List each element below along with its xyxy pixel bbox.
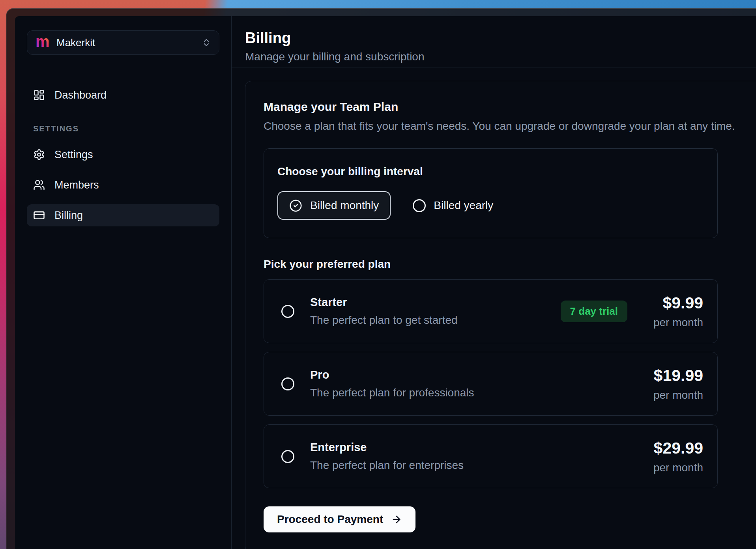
price-block: $29.99 per month [644,439,703,474]
plan-period: per month [644,389,703,401]
makerkit-logo-icon: m [35,35,49,50]
plan-description: The perfect plan to get started [310,314,561,327]
plan-price: $9.99 [644,294,703,312]
plan-description: The perfect plan for professionals [310,387,644,399]
plan-info: Enterprise The perfect plan for enterpri… [310,441,644,472]
page-title: Billing [245,30,756,47]
billing-interval-label: Choose your billing interval [277,165,704,178]
users-icon [33,179,45,191]
radio-circle-icon [413,199,426,212]
dashboard-icon [33,89,45,101]
app-root: m Makerkit [15,16,756,549]
plan-price: $29.99 [644,439,703,458]
radio-circle-icon[interactable] [281,450,294,463]
team-plan-card: Manage your Team Plan Choose a plan that… [245,81,756,549]
sidebar-section-label: SETTINGS [33,124,219,133]
plan-row-starter[interactable]: Starter The perfect plan to get started … [264,279,718,343]
plan-name: Pro [310,368,644,381]
card-title: Manage your Team Plan [264,100,756,114]
radio-circle-icon[interactable] [281,305,294,318]
sidebar: m Makerkit [15,16,232,549]
arrow-right-icon [391,514,402,525]
price-block: $19.99 per month [644,366,703,401]
billed-yearly-label: Billed yearly [434,199,493,212]
page-header: Billing Manage your billing and subscrip… [232,16,756,67]
plan-period: per month [644,316,703,329]
sidebar-nav: Dashboard SETTINGS Settings [27,84,219,226]
page-subtitle: Manage your billing and subscription [245,50,756,63]
sidebar-item-label: Billing [54,209,83,222]
billed-monthly-option[interactable]: Billed monthly [277,191,391,220]
sidebar-item-members[interactable]: Members [27,174,219,196]
sidebar-item-billing[interactable]: Billing [27,204,219,226]
plan-period: per month [644,461,703,474]
proceed-to-payment-button[interactable]: Proceed to Payment [264,506,415,532]
circle-check-icon [289,199,302,212]
plan-row-pro[interactable]: Pro The perfect plan for professionals $… [264,352,718,416]
sidebar-item-settings[interactable]: Settings [27,144,219,166]
workspace-selector[interactable]: m Makerkit [27,30,219,55]
billing-interval-box: Choose your billing interval Billed mont… [264,148,718,238]
sidebar-item-dashboard[interactable]: Dashboard [27,84,219,106]
plan-name: Enterprise [310,441,644,454]
plan-name: Starter [310,296,561,309]
sidebar-item-label: Dashboard [54,89,107,101]
sidebar-item-label: Members [54,179,99,191]
plan-description: The perfect plan for enterprises [310,459,644,472]
pick-plan-label: Pick your preferred plan [264,258,756,271]
credit-card-icon [33,209,45,221]
trial-badge: 7 day trial [561,301,627,322]
app-window: m Makerkit [6,8,756,549]
gear-icon [33,149,45,161]
plan-info: Pro The perfect plan for professionals [310,368,644,399]
plan-info: Starter The perfect plan to get started [310,296,561,327]
price-block: $9.99 per month [644,294,703,329]
billing-interval-options: Billed monthly Billed yearly [277,191,704,220]
svg-text:m: m [36,35,49,50]
radio-circle-icon[interactable] [281,377,294,390]
sidebar-item-label: Settings [54,149,93,161]
card-subtitle: Choose a plan that fits your team's need… [264,120,756,133]
billed-yearly-option[interactable]: Billed yearly [402,191,504,220]
proceed-to-payment-label: Proceed to Payment [277,513,383,526]
plan-row-enterprise[interactable]: Enterprise The perfect plan for enterpri… [264,424,718,488]
billed-monthly-label: Billed monthly [310,199,379,212]
plan-price: $19.99 [644,366,703,385]
workspace-name: Makerkit [56,37,202,49]
chevrons-up-down-icon [202,38,211,47]
main-area: Billing Manage your billing and subscrip… [232,16,756,549]
page-content: Manage your Team Plan Choose a plan that… [232,67,756,549]
